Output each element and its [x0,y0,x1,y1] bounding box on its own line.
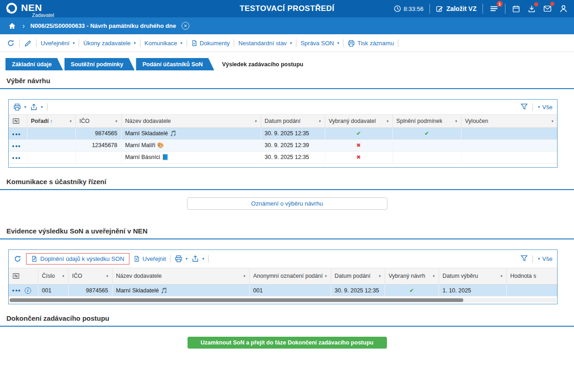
col-header-vybrany-navrh[interactable]: Vybraný návrh▾ [385,268,439,285]
table-row[interactable]: 9874565 Marní Skladatelé🎵 30. 9. 2025 12… [9,127,557,139]
user-profile-button[interactable] [558,4,569,14]
menu-komunikace[interactable]: Komunikace▾ [145,40,182,47]
chevron-down-icon: ▾ [290,41,292,45]
row-menu-icon[interactable] [12,157,21,159]
row-menu-icon[interactable] [12,290,21,291]
col-header-ico[interactable]: IČO▾ [75,115,121,127]
print-table-button[interactable]: ▾ [13,103,26,111]
create-vz-button[interactable]: Založit VZ [436,5,477,12]
table-row[interactable]: Marní Básníci📘 30. 9. 2025 12:35 ✖ [9,151,557,163]
divider [19,39,20,47]
brand[interactable]: NEN Zadavatel [5,0,54,18]
filter-caret-icon[interactable]: ▾ [243,274,245,278]
horizontal-scrollbar[interactable] [10,298,556,302]
divider [187,39,187,47]
tab-vysledek-postupu[interactable]: Výsledek zadávacího postupu [215,58,315,70]
divider [47,103,48,111]
col-header-hodnota[interactable]: Hodnota s [506,268,557,285]
col-header-ico[interactable]: IČO▾ [68,268,112,285]
col-header-datum-podani[interactable]: Datum podání▾ [261,115,325,127]
col-header-splneni-podminek[interactable]: Splnění podmínek▾ [392,115,461,127]
filter-caret-icon[interactable]: ▾ [500,274,502,278]
filter-caret-icon[interactable]: ▾ [325,274,327,278]
menu-nestandardni-stav[interactable]: Nestandardní stav▾ [238,40,292,47]
refresh-button[interactable] [6,39,15,48]
filter-caret-icon[interactable]: ▾ [255,119,257,123]
row-menu-icon[interactable] [12,133,21,135]
filter-caret-icon[interactable]: ▾ [106,274,108,278]
filter-caret-icon[interactable]: ▾ [319,119,321,123]
col-header-nazev[interactable]: Název dodavatele▾ [112,268,249,285]
divider [208,255,209,263]
table-row[interactable]: 12345678 Marní Malíři🎨 30. 9. 2025 12:39… [9,139,557,151]
col-header-vyloucen[interactable]: Vyloučen▾ [461,115,557,127]
envelope-icon [543,5,552,13]
menu-dokumenty[interactable]: Dokumenty [191,40,230,47]
clock-icon [394,5,401,12]
print-record-button[interactable]: Tisk záznamu [348,40,394,47]
filter-caret-icon[interactable]: ▾ [62,274,64,278]
tab-zakladni-udaje[interactable]: Základní údaje [5,58,63,70]
col-header-datum-podani[interactable]: Datum podání▾ [331,268,385,285]
close-record-icon[interactable]: ✕ [182,22,189,30]
cross-icon: ✖ [356,142,361,148]
menu-sprava-son[interactable]: Správa SON▾ [300,40,339,47]
refresh-button[interactable] [13,254,22,263]
tab-podani-ucastniku[interactable]: Podání účastníků SoN [136,58,214,70]
edit-button[interactable] [24,39,32,48]
view-selector[interactable]: ▾ Vše [537,255,553,262]
tab-soutezni-podminky[interactable]: Soutěžní podmínky [64,58,135,70]
menu-uverejneni[interactable]: Uveřejnění▾ [41,40,75,47]
brand-role: Zadavatel [32,13,54,18]
filter-caret-icon[interactable]: ▾ [433,274,435,278]
chevron-down-icon: ▾ [41,105,43,109]
column-settings-header[interactable] [9,115,27,127]
export-icon [192,255,199,262]
row-menu-icon[interactable] [12,145,21,147]
doplneni-udaju-button[interactable]: Doplnění údajů k výsledku SON [26,253,129,265]
filter-caret-icon[interactable]: ▾ [455,119,457,123]
uverejnit-button[interactable]: Uveřejnit [134,255,166,262]
export-button[interactable]: ▾ [192,255,204,262]
uzamknout-son-button[interactable]: Uzamknout SoN a přejít do fáze Dokončení… [188,337,387,349]
supplier-emoji-icon: 🎵 [170,130,177,137]
col-header-cislo[interactable]: Číslo▾ [38,268,68,285]
home-button[interactable] [7,21,17,31]
downloads-button[interactable] [527,4,536,14]
chevron-down-icon: ▾ [202,257,204,261]
supplier-name: Marní Skladatelé [116,287,159,294]
col-header-poradi[interactable]: Pořadí↑▾ [27,115,75,127]
filter-caret-icon[interactable]: ▾ [115,119,117,123]
filter-button[interactable] [520,103,528,111]
vyber-panel: ▾ ▾ ▾ Vše Pořadí↑▾ IČ [8,99,558,168]
col-header-nazev[interactable]: Název dodavatele▾ [121,115,261,127]
column-settings-header[interactable] [9,268,38,285]
breadcrumb-record[interactable]: N006/25/S00000633 - Návrh památníku druh… [30,22,176,29]
tasks-menu-button[interactable]: 1 [489,4,499,14]
filter-caret-icon[interactable]: ▾ [379,274,381,278]
calendar-button[interactable] [511,4,521,14]
menu-ukony-zadavatele[interactable]: Úkony zadavatele▾ [83,40,136,47]
table-row[interactable]: i 001 9874565 Marní Skladatelé🎵 001 30. … [9,285,557,297]
col-header-datum-vyberu[interactable]: Datum výběru▾ [439,268,506,285]
chevron-down-icon: ▾ [538,105,540,109]
filter-caret-icon[interactable]: ▾ [70,119,71,123]
scrollbar-thumb[interactable] [10,298,463,302]
oznameni-vyberu-button[interactable]: Oznámení o výběru návrhu [187,197,387,210]
filter-caret-icon[interactable]: ▾ [386,119,388,123]
messages-button[interactable] [542,4,553,14]
filter-caret-icon[interactable]: ▾ [552,119,553,123]
export-button[interactable]: ▾ [30,103,43,111]
divider [140,39,140,47]
col-header-vybrany-dodavatel[interactable]: Vybraný dodavatel▾ [325,115,392,127]
section-evidence-vysledku: Evidence výsledku SoN a uveřejnění v NEN… [0,221,574,305]
col-header-anonymni-oznaceni[interactable]: Anonymní označení podání▾ [249,268,331,285]
check-icon: ✔ [356,130,361,137]
check-icon: ✔ [424,130,429,137]
print-table-button[interactable]: ▾ [175,255,188,263]
chevron-down-icon: ▾ [73,41,75,45]
filter-button[interactable] [520,254,528,263]
info-icon[interactable]: i [25,287,31,294]
view-selector[interactable]: ▾ Vše [537,104,553,111]
section-vyber-navrhu: Výběr návrhu ▾ ▾ ▾ Vše [0,70,574,168]
